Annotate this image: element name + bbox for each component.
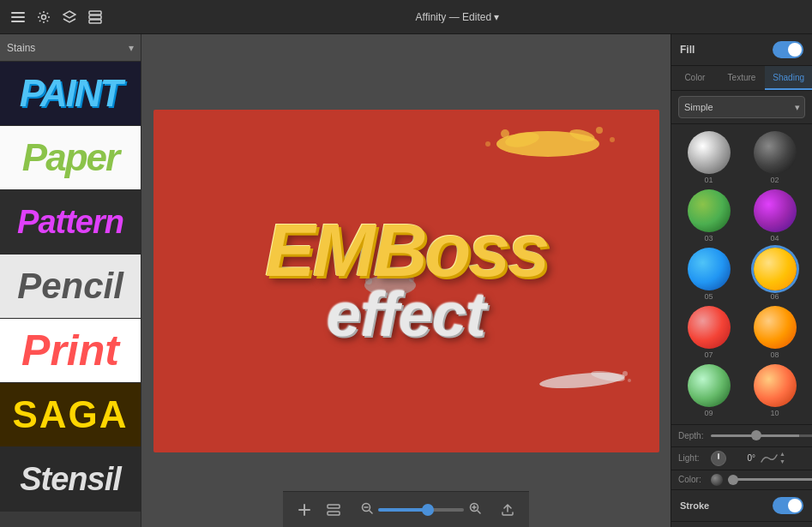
add-button[interactable]: [293, 499, 316, 521]
settings-icon[interactable]: [34, 8, 53, 27]
canvas-image[interactable]: EMBoss effect: [153, 110, 659, 452]
svg-point-7: [496, 131, 599, 157]
swatch-label-01: 01: [704, 176, 713, 184]
sidebar-item-pencil-label: Pencil: [17, 266, 123, 307]
swatch-label-02: 02: [770, 176, 779, 184]
svg-point-8: [503, 129, 539, 149]
sidebar-item-saga[interactable]: SAGA: [0, 383, 141, 447]
stroke-title: Stroke: [680, 500, 709, 511]
swatch-circle-10[interactable]: [754, 364, 797, 407]
swatch-circle-04[interactable]: [754, 189, 797, 232]
export-button[interactable]: [496, 499, 519, 521]
svg-point-16: [623, 371, 628, 376]
sidebar-item-paint[interactable]: PAINT: [0, 62, 141, 126]
swatch-09[interactable]: 09: [678, 364, 739, 417]
tab-color[interactable]: Color: [671, 66, 719, 90]
swatch-circle-08[interactable]: [754, 306, 797, 349]
zoom-in-icon[interactable]: [469, 502, 481, 517]
swatch-circle-05[interactable]: [688, 248, 731, 290]
swatch-03[interactable]: 03: [678, 189, 739, 243]
effects-section[interactable]: Effects: [671, 521, 812, 527]
swatch-02[interactable]: 02: [744, 131, 805, 184]
sidebar-item-pencil[interactable]: Pencil: [0, 255, 141, 319]
toolbar-right: [496, 499, 519, 521]
light-stepper-up[interactable]: ▲: [779, 451, 785, 458]
zoom-slider[interactable]: [378, 508, 464, 512]
depth-control: Depth: 4.0 ▲ ▼: [671, 424, 812, 446]
swatch-circle-06[interactable]: [754, 248, 797, 290]
swatch-circle-01[interactable]: [688, 131, 731, 174]
swatch-08[interactable]: 08: [744, 306, 805, 359]
toolbar-center: [361, 502, 481, 517]
svg-point-17: [628, 379, 631, 382]
light-value: 0°: [731, 453, 755, 463]
swatch-circle-07[interactable]: [688, 306, 731, 349]
depth-slider[interactable]: [711, 434, 812, 437]
color-control: Color: 0,00: [671, 470, 812, 489]
menu-icon[interactable]: [9, 8, 27, 27]
angle-control: [711, 451, 726, 466]
sidebar-item-paint-label: PAINT: [20, 72, 122, 115]
swatch-10[interactable]: 10: [744, 364, 805, 417]
svg-rect-4: [89, 11, 101, 15]
canvas-wrapper: EMBoss effect: [153, 110, 659, 452]
fill-title: Fill: [680, 44, 695, 56]
light-stepper-down[interactable]: ▼: [779, 458, 785, 465]
sidebar-item-stensil-label: Stensil: [20, 461, 121, 498]
preset-dropdown[interactable]: Simple Complex Metallic: [678, 96, 805, 118]
color-dot[interactable]: [711, 474, 723, 486]
sidebar-item-paper[interactable]: Paper: [0, 126, 141, 190]
fill-header: Fill: [671, 34, 812, 66]
emboss-line2: effect: [265, 284, 547, 345]
panel-tabs: Color Texture Shading: [671, 66, 812, 91]
light-stepper[interactable]: ▲ ▼: [779, 451, 785, 465]
svg-point-10: [501, 129, 509, 138]
swatch-07[interactable]: 07: [678, 306, 739, 359]
sidebar-dropdown-wrapper[interactable]: Stains Brushes Markers Watercolor: [0, 34, 141, 62]
sidebar-item-print[interactable]: Print: [0, 319, 141, 383]
swatch-label-05: 05: [704, 292, 713, 301]
swatch-06[interactable]: 06: [744, 248, 805, 301]
color-label: Color:: [678, 475, 706, 484]
sidebar-dropdown[interactable]: Stains Brushes Markers Watercolor: [0, 34, 141, 62]
sidebar-items: PAINT Paper Pattern Pencil Print SAGA St…: [0, 62, 141, 527]
preset-dropdown-wrapper[interactable]: Simple Complex Metallic: [671, 91, 812, 124]
color-slider[interactable]: [728, 478, 812, 481]
stroke-toggle[interactable]: [773, 497, 803, 514]
light-label: Light:: [678, 453, 706, 463]
svg-rect-2: [11, 21, 25, 22]
light-curve-icon: [761, 453, 778, 464]
swatch-label-09: 09: [704, 409, 713, 417]
toolbar-left: [293, 499, 345, 521]
layers-button[interactable]: [322, 499, 345, 521]
stack-icon[interactable]: [86, 8, 105, 27]
svg-point-12: [610, 137, 615, 142]
right-panel: Fill Color Texture Shading Simple Comple…: [671, 34, 812, 527]
svg-point-13: [485, 141, 490, 147]
tab-shading[interactable]: Shading: [765, 66, 812, 90]
zoom-out-icon[interactable]: [361, 502, 373, 517]
app-title: Affinity — Edited ▾: [111, 11, 803, 23]
layers-icon[interactable]: [60, 8, 79, 27]
swatch-label-07: 07: [704, 350, 713, 359]
canvas-toolbar: [283, 491, 529, 527]
sidebar-item-pattern[interactable]: Pattern: [0, 190, 141, 255]
swatch-circle-02[interactable]: [754, 131, 797, 174]
angle-dial[interactable]: [711, 451, 726, 466]
svg-point-15: [590, 368, 625, 383]
tab-texture[interactable]: Texture: [719, 66, 766, 90]
swatch-05[interactable]: 05: [678, 248, 739, 301]
sidebar-item-paper-label: Paper: [22, 136, 118, 179]
svg-point-3: [42, 15, 46, 19]
emboss-line1: EMBoss: [265, 216, 547, 284]
svg-rect-1: [11, 16, 25, 18]
swatch-label-03: 03: [704, 234, 713, 243]
stroke-section[interactable]: Stroke: [671, 489, 812, 521]
swatch-label-08: 08: [770, 350, 779, 359]
swatch-04[interactable]: 04: [744, 189, 805, 243]
swatch-circle-03[interactable]: [688, 189, 731, 232]
swatch-circle-09[interactable]: [688, 364, 731, 407]
sidebar-item-stensil[interactable]: Stensil: [0, 447, 141, 512]
swatch-01[interactable]: 01: [678, 131, 739, 184]
fill-toggle[interactable]: [773, 41, 803, 58]
